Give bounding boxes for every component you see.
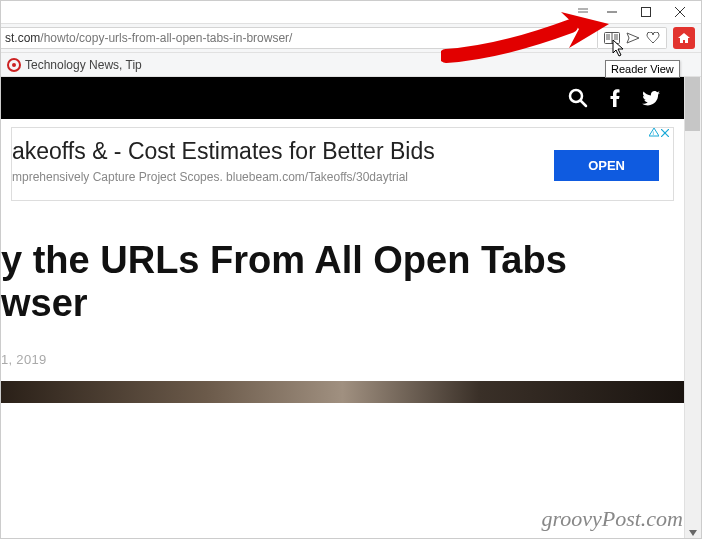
bookmark-favicon bbox=[7, 58, 21, 72]
article-title: y the URLs From All Open Tabs wser bbox=[1, 239, 684, 326]
url-path: /howto/copy-urls-from-all-open-tabs-in-b… bbox=[40, 31, 292, 45]
scroll-thumb[interactable] bbox=[685, 77, 700, 131]
svg-text:i: i bbox=[653, 130, 654, 136]
page-viewport: i akeoffs & - Cost Estimates for Better … bbox=[1, 77, 701, 539]
address-bar-row: st.com/howto/copy-urls-from-all-open-tab… bbox=[1, 23, 701, 53]
twitter-icon[interactable] bbox=[642, 91, 660, 106]
url-input[interactable]: st.com/howto/copy-urls-from-all-open-tab… bbox=[1, 27, 598, 49]
svg-rect-3 bbox=[642, 8, 651, 17]
ad-open-button[interactable]: OPEN bbox=[554, 150, 659, 181]
address-bar-actions bbox=[598, 27, 667, 49]
ad-choices[interactable]: i bbox=[649, 128, 669, 138]
bookmarks-bar: Technology News, Tip bbox=[1, 53, 701, 77]
scrollbar[interactable] bbox=[684, 77, 701, 539]
site-header bbox=[1, 77, 684, 119]
reader-view-tooltip: Reader View bbox=[605, 60, 680, 78]
search-icon[interactable] bbox=[568, 88, 588, 108]
reader-view-icon[interactable] bbox=[604, 32, 620, 44]
home-button[interactable] bbox=[673, 27, 695, 49]
svg-line-15 bbox=[581, 101, 586, 106]
scroll-down-arrow[interactable] bbox=[685, 525, 700, 539]
heart-icon[interactable] bbox=[646, 32, 660, 44]
send-icon[interactable] bbox=[626, 32, 640, 44]
watermark: groovyPost.com bbox=[541, 506, 683, 532]
article-date: 1, 2019 bbox=[1, 352, 684, 367]
advertisement: i akeoffs & - Cost Estimates for Better … bbox=[11, 127, 674, 201]
facebook-icon[interactable] bbox=[610, 89, 620, 107]
bookmark-item[interactable]: Technology News, Tip bbox=[7, 58, 142, 72]
browser-menu-icon[interactable] bbox=[571, 7, 595, 17]
window-titlebar bbox=[1, 1, 701, 23]
window-minimize-button[interactable] bbox=[595, 2, 629, 22]
url-domain: st.com bbox=[5, 31, 40, 45]
window-close-button[interactable] bbox=[663, 2, 697, 22]
web-page: i akeoffs & - Cost Estimates for Better … bbox=[1, 77, 684, 539]
bookmark-label: Technology News, Tip bbox=[25, 58, 142, 72]
article-hero-image bbox=[1, 381, 684, 403]
window-maximize-button[interactable] bbox=[629, 2, 663, 22]
article: y the URLs From All Open Tabs wser 1, 20… bbox=[1, 209, 684, 403]
